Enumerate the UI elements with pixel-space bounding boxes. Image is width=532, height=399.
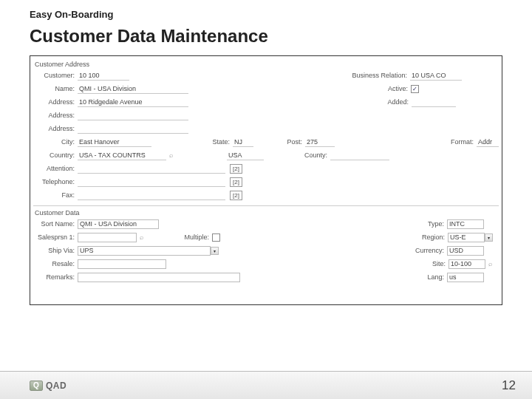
region-dropdown-icon[interactable]: ▾ (485, 233, 493, 242)
row-customer: Customer: 10 100 Business Relation: 10 U… (33, 69, 499, 81)
footer-bar: Q QAD 12 (0, 371, 532, 399)
row-address2: Address: (33, 109, 499, 121)
row-country: Country: USA - TAX COUNTRS ⌕ USA County: (33, 149, 499, 161)
row-name: Name: QMI - USA Division Active: ✓ (33, 83, 499, 95)
section-divider (33, 205, 499, 206)
logo: Q QAD (30, 381, 66, 391)
customer-label: Customer: (33, 72, 78, 79)
row-city: City: East Hanover State: NJ Post: 275 F… (33, 136, 499, 148)
address1-label: Address: (33, 98, 78, 106)
type-input[interactable]: INTC (447, 219, 484, 229)
row-address3: Address: (33, 123, 499, 134)
added-label: Added: (378, 98, 412, 106)
currency-label: Currency: (406, 247, 447, 254)
row-salesprsn: Salesprsn 1: ⌕ Multiple: Region: US-E ▾ (33, 231, 499, 243)
region-label: Region: (415, 233, 448, 241)
country-name-value: USA (227, 151, 264, 160)
state-label: State: (203, 138, 233, 146)
page-number: 12 (502, 378, 516, 393)
county-value[interactable] (330, 151, 389, 160)
resale-input[interactable] (78, 259, 166, 269)
city-label: City: (33, 138, 78, 146)
multiple-checkbox[interactable] (212, 233, 220, 242)
remarks-label: Remarks: (33, 273, 78, 281)
active-label: Active: (378, 85, 411, 92)
state-value[interactable]: NJ (233, 137, 253, 147)
post-label: Post: (276, 138, 305, 146)
added-value (412, 98, 456, 107)
remarks-input[interactable] (78, 273, 240, 282)
telephone-label: Telephone: (33, 178, 78, 185)
post-value[interactable]: 275 (305, 137, 335, 147)
row-address1: Address: 10 Ridgedale Avenue Added: (33, 96, 499, 108)
business-relation-value: 10 USA CO (410, 71, 462, 81)
site-label: Site: (415, 260, 449, 267)
attention-label: Attention: (33, 165, 78, 172)
attention-value[interactable] (78, 164, 225, 174)
currency-input[interactable]: USD (447, 246, 484, 256)
fax-secondary-button[interactable]: [2] (230, 191, 242, 200)
row-telephone: Telephone: [2] (33, 176, 499, 188)
county-label: County: (293, 151, 330, 159)
row-sortname: Sort Name: QMI - USA Division Type: INTC (33, 218, 499, 230)
name-label: Name: (33, 85, 78, 92)
type-label: Type: (414, 220, 447, 228)
site-input[interactable]: 10-100 (449, 259, 485, 269)
page-title: Customer Data Maintenance (0, 23, 532, 55)
row-attention: Attention: [2] (33, 163, 499, 174)
salesprsn-input[interactable] (78, 233, 137, 242)
row-shipvia: Ship Via: UPS ▾ Currency: USD (33, 245, 499, 256)
sortname-input[interactable]: QMI - USA Division (78, 219, 159, 229)
shipvia-label: Ship Via: (33, 247, 78, 254)
telephone-secondary-button[interactable]: [2] (230, 177, 242, 187)
logo-text: QAD (46, 381, 66, 391)
address3-value[interactable] (78, 124, 188, 134)
city-value[interactable]: East Hanover (78, 137, 151, 147)
country-label: Country: (33, 151, 78, 159)
format-value[interactable]: Addr (477, 137, 499, 147)
format-label: Format: (443, 138, 477, 146)
row-fax: Fax: [2] (33, 189, 499, 201)
search-icon[interactable]: ⌕ (166, 151, 175, 160)
business-relation-label: Business Relation: (344, 72, 410, 79)
address2-value[interactable] (78, 111, 188, 120)
attention-secondary-button[interactable]: [2] (230, 164, 242, 174)
sortname-label: Sort Name: (33, 220, 78, 228)
row-remarks: Remarks: Lang: us (33, 271, 499, 283)
search-icon[interactable]: ⌕ (485, 259, 494, 268)
shipvia-dropdown-icon[interactable]: ▾ (211, 247, 219, 255)
group-customer-data: Customer Data (35, 209, 499, 216)
name-value[interactable]: QMI - USA Division (78, 84, 188, 94)
group-customer-address: Customer Address (35, 61, 499, 68)
row-resale: Resale: Site: 10-100 ⌕ (33, 258, 499, 270)
shipvia-input[interactable]: UPS (78, 246, 211, 256)
logo-mark-icon: Q (30, 381, 43, 391)
resale-label: Resale: (33, 260, 78, 267)
country-code-value[interactable]: USA - TAX COUNTRS (78, 151, 166, 160)
region-input[interactable]: US-E (448, 233, 485, 242)
address1-value[interactable]: 10 Ridgedale Avenue (78, 98, 188, 107)
address3-label: Address: (33, 125, 78, 132)
customer-input[interactable]: 10 100 (78, 71, 129, 81)
search-icon[interactable]: ⌕ (137, 233, 146, 242)
salesprsn-label: Salesprsn 1: (33, 233, 78, 241)
telephone-value[interactable] (78, 177, 225, 187)
lang-input[interactable]: us (447, 273, 484, 282)
lang-label: Lang: (414, 273, 447, 281)
form-panel: Customer Address Customer: 10 100 Busine… (30, 55, 502, 305)
fax-value[interactable] (78, 191, 225, 200)
header-subtitle: Easy On-Boarding (0, 0, 532, 23)
fax-label: Fax: (33, 191, 78, 199)
address2-label: Address: (33, 112, 78, 119)
active-checkbox[interactable]: ✓ (411, 85, 419, 93)
multiple-label: Multiple: (175, 233, 212, 241)
